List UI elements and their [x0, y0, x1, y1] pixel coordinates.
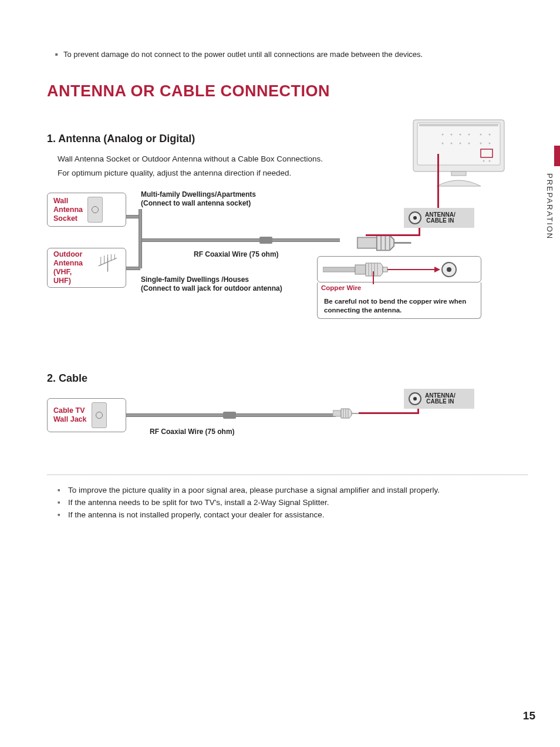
svg-point-41 — [447, 267, 451, 272]
antenna-diagram: Wall Antenna Socket Outdoor Antenna (VHF… — [47, 184, 528, 349]
top-warning-text: To prevent damage do not connect to the … — [47, 50, 528, 59]
page-title: ANTENNA OR CABLE CONNECTION — [47, 82, 528, 100]
section-1-paragraph-1: Wall Antenna Socket or Outdoor Antenna w… — [58, 154, 333, 164]
single-family-caption: Single-family Dwellings /Houses (Connect… — [141, 275, 299, 293]
svg-point-5 — [460, 134, 461, 136]
wall-antenna-socket-box: Wall Antenna Socket — [47, 193, 126, 227]
antenna-cable-in-port: ANTENNA/CABLE IN — [404, 389, 474, 409]
rf-coax-label-1: RF Coaxial Wire (75 ohm) — [194, 250, 279, 259]
svg-point-9 — [460, 143, 461, 144]
antenna-guide-line — [366, 234, 419, 236]
rf-coax-label-2: RF Coaxial Wire (75 ohm) — [150, 428, 235, 436]
svg-point-12 — [489, 134, 491, 136]
tv-illustration — [410, 117, 507, 187]
svg-rect-31 — [323, 267, 355, 272]
svg-rect-2 — [419, 124, 498, 126]
svg-point-13 — [480, 143, 482, 144]
multi-family-line-1: Multi-family Dwellings/Apartments — [141, 190, 256, 198]
coax-jack-icon — [409, 211, 421, 224]
svg-point-4 — [451, 134, 453, 136]
cable-ferrite — [223, 412, 236, 419]
svg-point-8 — [451, 143, 453, 144]
cable-segment — [142, 238, 262, 242]
multi-family-caption: Multi-family Dwellings/Apartments (Conne… — [141, 190, 256, 208]
coax-plug-icon — [336, 227, 454, 259]
svg-point-6 — [468, 134, 470, 136]
svg-rect-42 — [333, 410, 341, 416]
cable-segment — [236, 413, 336, 417]
svg-rect-1 — [417, 123, 500, 165]
svg-rect-26 — [357, 238, 377, 248]
outdoor-antenna-label: Outdoor Antenna (VHF, UHF) — [53, 250, 90, 285]
svg-point-14 — [489, 143, 491, 144]
antenna-guide-line — [359, 412, 417, 414]
section-tab-marker — [554, 146, 560, 166]
note-item: If the antenna is not installed properly… — [68, 510, 528, 519]
cable-segment — [139, 209, 142, 241]
wall-socket-icon — [87, 197, 103, 223]
cable-ferrite — [259, 237, 272, 244]
wall-socket-icon — [92, 402, 107, 428]
notes-list: To improve the picture quality in a poor… — [47, 486, 528, 519]
section-1-paragraph-2: For optimum picture quality, adjust the … — [58, 168, 333, 179]
note-item: To improve the picture quality in a poor… — [68, 486, 528, 494]
svg-point-16 — [483, 160, 485, 162]
svg-rect-32 — [355, 265, 366, 274]
single-family-line-1: Single-family Dwellings /Houses — [141, 275, 249, 284]
cable-segment — [139, 240, 142, 268]
cable-tv-wall-jack-label: Cable TV Wall Jack — [53, 406, 87, 424]
port-label: ANTENNA/CABLE IN — [425, 393, 456, 405]
svg-rect-37 — [383, 267, 387, 272]
coax-jack-icon — [409, 392, 421, 405]
svg-point-7 — [442, 143, 444, 144]
connector-note-box — [317, 282, 481, 319]
svg-point-11 — [480, 134, 482, 136]
svg-point-17 — [489, 160, 491, 162]
wall-antenna-socket-label: Wall Antenna Socket — [53, 197, 83, 223]
port-label: ANTENNA/CABLE IN — [425, 212, 456, 224]
multi-family-line-2: (Connect to wall antenna socket) — [141, 199, 251, 207]
svg-rect-18 — [451, 171, 466, 176]
antenna-guide-line — [437, 154, 439, 215]
section-tab: PREPARATION — [528, 146, 560, 240]
svg-point-10 — [468, 143, 470, 144]
cable-tv-wall-jack-box: Cable TV Wall Jack — [47, 398, 126, 432]
note-item: If the antenna needs to be split for two… — [68, 498, 528, 507]
coax-connector-detail-icon — [323, 259, 475, 280]
svg-point-3 — [442, 134, 444, 136]
cable-segment — [126, 413, 226, 417]
divider — [47, 475, 528, 475]
section-2-heading: 2. Cable — [47, 372, 528, 385]
cable-segment — [272, 238, 340, 242]
antenna-cable-in-port: ANTENNA/CABLE IN — [404, 208, 474, 228]
outdoor-antenna-box: Outdoor Antenna (VHF, UHF) — [47, 248, 126, 288]
single-family-line-2: (Connect to wall jack for outdoor antenn… — [141, 284, 282, 292]
section-tab-label: PREPARATION — [545, 173, 554, 240]
page-number: 15 — [523, 709, 535, 722]
cable-diagram: Cable TV Wall Jack RF Coaxial Wire (75 o… — [47, 393, 528, 458]
antenna-icon — [95, 254, 121, 272]
